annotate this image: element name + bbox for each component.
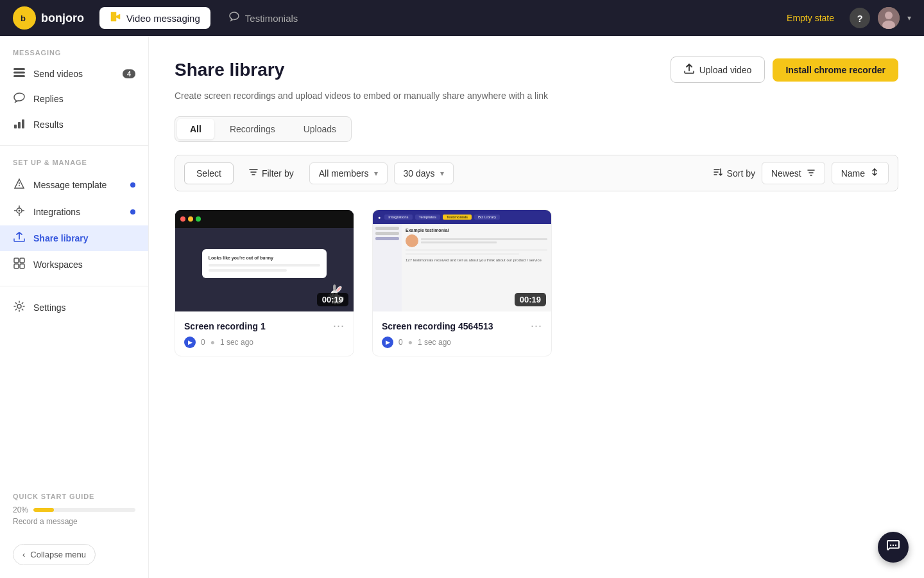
play-icon-2: ▶ [382, 337, 393, 348]
settings-label: Settings [33, 302, 66, 313]
logo-text: bonjoro [41, 12, 84, 25]
integrations-label: Integrations [33, 207, 80, 217]
video-thumbnail-2[interactable]: ● Integrations Templates Testimonials Bi… [373, 210, 551, 311]
members-label: All members [319, 168, 369, 179]
logo[interactable]: b bonjoro [13, 6, 84, 30]
newest-label: Newest [771, 168, 801, 179]
avatar-chevron[interactable]: ▾ [907, 13, 911, 22]
video-thumbnail-1[interactable]: Looks like you're out of bunny 🐇 00:19 [175, 210, 354, 311]
progress-row: 20% [13, 505, 135, 514]
filter-by-label: Filter by [262, 168, 294, 179]
sidebar-item-message-template[interactable]: Message template [0, 171, 148, 198]
nav-video-messaging-label: Video messaging [126, 13, 200, 24]
progress-pct: 20% [13, 505, 28, 514]
collapse-icon: ‹ [22, 550, 25, 559]
testimonials-icon [228, 11, 240, 25]
svg-rect-22 [20, 258, 24, 263]
name-dropdown[interactable]: Name [832, 162, 889, 184]
message-template-icon [13, 178, 26, 192]
svg-point-13 [19, 185, 20, 186]
play-icon-1: ▶ [184, 337, 196, 348]
collapse-label: Collapse menu [30, 550, 86, 559]
sort-label: Sort by [713, 167, 755, 179]
tab-recordings[interactable]: Recordings [217, 119, 288, 139]
sort-by-text: Sort by [727, 168, 755, 179]
svg-point-4 [885, 12, 893, 19]
chat-bubble[interactable] [878, 532, 909, 563]
upload-video-label: Upload video [699, 65, 752, 75]
svg-point-27 [893, 544, 894, 545]
nav-testimonials-label: Testimonials [245, 13, 298, 24]
video-duration-2: 00:19 [515, 293, 546, 306]
filter-icon [249, 168, 258, 179]
share-library-icon [13, 232, 26, 245]
filter-bar: Select Filter by All members ▾ 30 days ▾ [175, 155, 898, 191]
progress-sub: Record a message [13, 517, 135, 526]
setup-section-label: SET UP & MANAGE [0, 159, 148, 166]
svg-point-26 [890, 544, 891, 545]
newest-chevron [807, 168, 816, 179]
tab-uploads[interactable]: Uploads [291, 119, 349, 139]
nav-testimonials[interactable]: Testimonials [218, 7, 309, 29]
settings-icon [13, 301, 26, 315]
sidebar-item-send-videos[interactable]: Send videos 4 [0, 62, 148, 86]
chat-bubble-icon [886, 538, 901, 557]
sidebar-item-replies[interactable]: Replies [0, 86, 148, 112]
svg-marker-2 [111, 12, 120, 21]
filter-by-button[interactable]: Filter by [240, 162, 303, 184]
svg-point-25 [17, 304, 21, 308]
header-actions: Upload video Install chrome recorder [671, 57, 898, 83]
sidebar-item-share-library[interactable]: Share library [0, 225, 148, 251]
integrations-dot [130, 209, 135, 215]
results-icon [13, 118, 26, 131]
svg-point-16 [19, 210, 21, 212]
message-template-label: Message template [33, 180, 107, 190]
sidebar-divider-2 [0, 286, 148, 286]
video-menu-2[interactable]: ··· [531, 319, 542, 333]
sidebar-item-settings[interactable]: Settings [0, 294, 148, 321]
svg-text:b: b [21, 13, 26, 23]
progress-bar-fill [33, 508, 54, 512]
share-library-label: Share library [33, 233, 89, 243]
topnav: b bonjoro Video messaging Testimonials E… [0, 0, 924, 36]
video-title-2: Screen recording 4564513 [382, 321, 493, 331]
video-time-2: 1 sec ago [418, 338, 451, 347]
messaging-section-label: MESSAGING [0, 49, 148, 57]
avatar[interactable] [878, 7, 900, 29]
replies-icon [13, 92, 26, 105]
name-label: Name [841, 168, 865, 179]
nav-video-messaging[interactable]: Video messaging [99, 7, 210, 29]
sidebar-item-workspaces[interactable]: Workspaces [0, 251, 148, 278]
upload-icon [684, 64, 694, 76]
install-chrome-recorder-button[interactable]: Install chrome recorder [773, 58, 898, 82]
workspaces-icon [13, 258, 26, 272]
sidebar-item-integrations[interactable]: Integrations [0, 198, 148, 225]
members-chevron: ▾ [374, 169, 378, 178]
svg-rect-7 [13, 72, 25, 74]
sidebar-divider [0, 145, 148, 146]
tab-all[interactable]: All [177, 119, 214, 139]
video-views-1: 0 [201, 338, 205, 347]
video-title-1: Screen recording 1 [184, 321, 266, 331]
select-button[interactable]: Select [184, 162, 234, 184]
progress-bar-bg [33, 508, 135, 512]
video-menu-1[interactable]: ··· [333, 319, 345, 333]
collapse-menu-button[interactable]: ‹ Collapse menu [13, 544, 96, 565]
video-meta-1: ▶ 0 ● 1 sec ago [184, 337, 345, 348]
sort-icon [713, 167, 723, 179]
video-card-2: ● Integrations Templates Testimonials Bi… [372, 209, 552, 356]
video-info-2: Screen recording 4564513 ··· ▶ 0 ● 1 sec… [373, 311, 551, 356]
main-content: Share library Upload video Install chrom… [149, 36, 924, 578]
replies-label: Replies [33, 94, 64, 104]
empty-state-link[interactable]: Empty state [787, 13, 834, 23]
help-button[interactable]: ? [850, 8, 870, 28]
sidebar-item-results[interactable]: Results [0, 112, 148, 137]
video-icon [110, 11, 121, 25]
upload-video-button[interactable]: Upload video [671, 57, 766, 83]
members-dropdown[interactable]: All members ▾ [309, 162, 388, 184]
results-label: Results [33, 119, 64, 130]
newest-dropdown[interactable]: Newest [762, 162, 825, 184]
days-dropdown[interactable]: 30 days ▾ [394, 162, 454, 184]
send-videos-badge: 4 [123, 69, 135, 78]
page-title: Share library [175, 60, 284, 80]
